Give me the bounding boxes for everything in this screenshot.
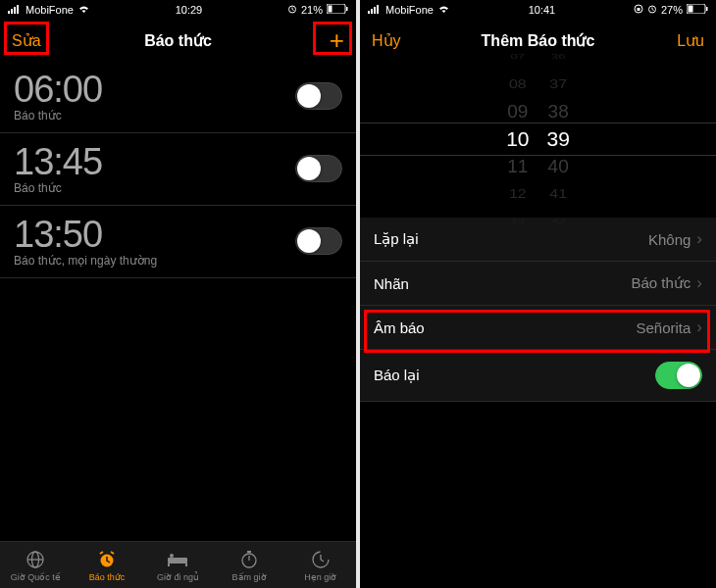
svg-rect-13 xyxy=(168,564,170,566)
save-button[interactable]: Lưu xyxy=(665,31,704,50)
time-picker[interactable]: 07 08 09 10 11 12 13 36 37 38 39 40 41 4… xyxy=(360,61,716,218)
tab-label: Bấm giờ xyxy=(232,572,267,582)
svg-rect-1 xyxy=(11,9,13,14)
svg-rect-17 xyxy=(247,551,251,553)
alarm-time: 13:50 xyxy=(14,214,157,256)
alarm-icon xyxy=(96,549,118,570)
edit-button[interactable]: Sửa xyxy=(12,31,51,50)
status-bar: MobiFone 10:29 21% xyxy=(0,0,356,20)
alarm-toggle[interactable] xyxy=(295,227,342,255)
snooze-toggle[interactable] xyxy=(655,362,702,389)
svg-rect-22 xyxy=(377,5,379,14)
alarm-list: 06:00 Báo thức 13:45 Báo thức 13:50 Báo … xyxy=(0,61,356,278)
globe-icon xyxy=(25,549,46,570)
timer-icon xyxy=(310,549,332,570)
label-value: Báo thức xyxy=(631,274,690,292)
alarm-toggle[interactable] xyxy=(295,82,342,110)
svg-rect-28 xyxy=(706,7,708,11)
chevron-right-icon: › xyxy=(696,273,702,293)
alarm-label: Báo thức xyxy=(14,181,102,195)
signal-icon xyxy=(368,4,382,16)
tab-stopwatch[interactable]: Bấm giờ xyxy=(214,542,285,588)
nav-bar: Sửa Báo thức + xyxy=(0,20,356,61)
svg-rect-14 xyxy=(185,564,187,566)
alarm-label: Báo thức xyxy=(14,109,102,122)
status-time: 10:41 xyxy=(529,4,556,16)
battery-icon xyxy=(327,4,348,16)
chevron-right-icon: › xyxy=(696,229,702,249)
alarm-item[interactable]: 06:00 Báo thức xyxy=(0,61,356,133)
phone-right: MobiFone 10:41 27% Hủy Thêm Báo thức Lưu… xyxy=(360,0,716,588)
svg-point-15 xyxy=(170,554,174,558)
tab-label: Báo thức xyxy=(89,572,126,582)
phone-left: MobiFone 10:29 21% Sửa Báo thức + 06:00 … xyxy=(0,0,356,588)
svg-rect-27 xyxy=(688,6,692,13)
label-row[interactable]: Nhãn Báo thức› xyxy=(360,262,716,306)
stopwatch-icon xyxy=(238,549,260,570)
battery-pct: 27% xyxy=(661,4,683,16)
nav-title: Thêm Báo thức xyxy=(482,31,595,50)
tab-alarm[interactable]: Báo thức xyxy=(72,542,143,588)
alarm-time: 06:00 xyxy=(14,69,102,111)
svg-rect-6 xyxy=(328,6,332,13)
alarm-status-icon xyxy=(647,4,657,16)
alarm-time: 13:45 xyxy=(14,141,102,183)
alarm-item[interactable]: 13:45 Báo thức xyxy=(0,133,356,206)
bed-icon xyxy=(167,549,188,570)
nav-bar: Hủy Thêm Báo thức Lưu xyxy=(360,20,716,61)
svg-rect-2 xyxy=(14,7,16,14)
cancel-button[interactable]: Hủy xyxy=(372,31,411,50)
snooze-row: Báo lại xyxy=(360,350,716,402)
alarm-toggle[interactable] xyxy=(295,155,342,182)
status-bar: MobiFone 10:41 27% xyxy=(360,0,716,20)
alarm-status-icon xyxy=(287,4,297,16)
nav-title: Báo thức xyxy=(144,31,212,50)
tab-world-clock[interactable]: Giờ Quốc tế xyxy=(0,542,72,588)
svg-rect-3 xyxy=(17,5,19,14)
repeat-row[interactable]: Lặp lại Không› xyxy=(360,218,716,262)
tab-bar: Giờ Quốc tế Báo thức Giờ đi ngủ Bấm giờ … xyxy=(0,541,356,588)
tab-bedtime[interactable]: Giờ đi ngủ xyxy=(142,542,214,588)
svg-rect-0 xyxy=(8,11,10,14)
hour-picker[interactable]: 07 08 09 10 11 12 13 xyxy=(506,43,529,235)
wifi-icon xyxy=(77,4,90,16)
alarm-settings: Lặp lại Không› Nhãn Báo thức› Âm báo Señ… xyxy=(360,218,716,402)
repeat-value: Không xyxy=(648,231,690,248)
status-time: 10:29 xyxy=(176,4,203,16)
setting-label: Nhãn xyxy=(374,275,409,292)
add-button[interactable]: + xyxy=(305,27,344,53)
carrier-label: MobiFone xyxy=(385,4,434,16)
tab-label: Giờ Quốc tế xyxy=(11,572,61,582)
signal-icon xyxy=(8,4,22,16)
alarm-label: Báo thức, mọi ngày thường xyxy=(14,254,157,268)
wifi-icon xyxy=(437,4,450,16)
svg-rect-24 xyxy=(637,8,639,11)
svg-rect-21 xyxy=(374,7,376,14)
svg-rect-7 xyxy=(346,7,348,11)
tab-label: Giờ đi ngủ xyxy=(157,572,199,582)
orientation-lock-icon xyxy=(634,4,643,16)
battery-icon xyxy=(687,4,708,16)
svg-rect-20 xyxy=(371,9,373,14)
alarm-item[interactable]: 13:50 Báo thức, mọi ngày thường xyxy=(0,206,356,278)
battery-pct: 21% xyxy=(301,4,323,16)
minute-picker[interactable]: 36 37 38 39 40 41 42 xyxy=(547,43,570,235)
tab-timer[interactable]: Hẹn giờ xyxy=(284,542,356,588)
sound-value: Señorita xyxy=(636,319,690,336)
setting-label: Báo lại xyxy=(374,367,420,384)
svg-rect-19 xyxy=(368,11,370,14)
setting-label: Lặp lại xyxy=(374,230,419,248)
svg-rect-12 xyxy=(168,558,187,564)
chevron-right-icon: › xyxy=(696,318,702,337)
sound-row[interactable]: Âm báo Señorita› xyxy=(360,306,716,350)
carrier-label: MobiFone xyxy=(26,4,74,16)
tab-label: Hẹn giờ xyxy=(304,572,336,582)
setting-label: Âm báo xyxy=(374,319,425,336)
